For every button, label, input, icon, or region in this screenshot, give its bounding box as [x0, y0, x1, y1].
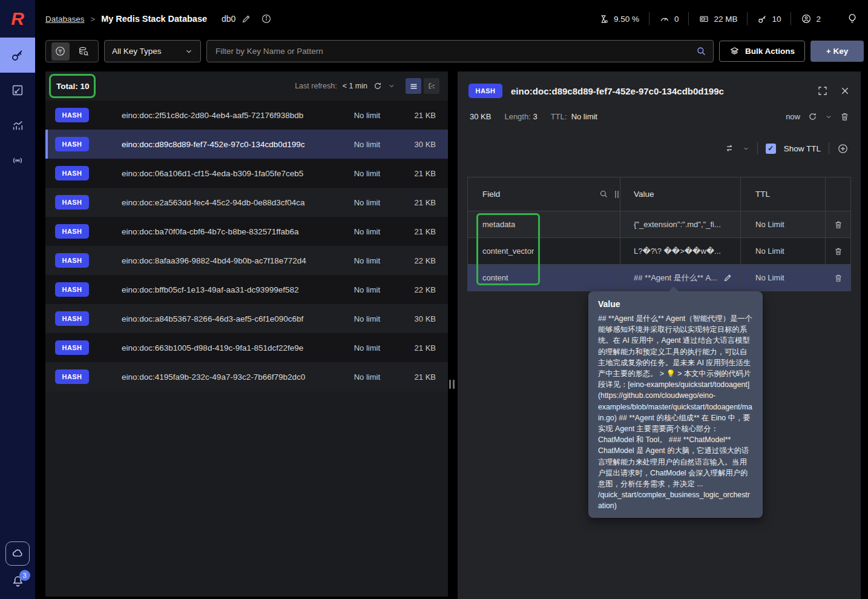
delete-field-icon[interactable]: [826, 238, 851, 265]
stat-memory: 22 MB: [689, 13, 747, 24]
type-badge: HASH: [55, 311, 89, 326]
field-column-header[interactable]: Field: [467, 177, 620, 211]
key-row-selected[interactable]: HASH eino:doc:d89c8d89-fef7-452e-97c0-13…: [45, 130, 448, 159]
chevron-down-icon[interactable]: [388, 82, 395, 90]
type-badge: HASH: [55, 108, 89, 122]
layers-icon: [729, 46, 740, 56]
key-row[interactable]: HASH eino:doc:ba70f0fa-cbf6-4b7c-b8be-83…: [45, 217, 448, 246]
value-column-header[interactable]: Value: [620, 177, 741, 211]
edit-db-icon[interactable]: [242, 14, 251, 24]
field-row-metadata[interactable]: metadata {"_extension":".md","_fi... No …: [467, 211, 851, 238]
chevron-down-icon[interactable]: [743, 145, 749, 152]
close-icon[interactable]: [840, 86, 850, 96]
field-row-content[interactable]: content ## **Agent 是什么** A... No Limit: [467, 265, 851, 291]
delete-key-icon[interactable]: [840, 111, 850, 122]
list-view-toggle[interactable]: [406, 78, 421, 94]
key-row[interactable]: HASH eino:doc:e2a563dd-fec4-45c2-94db-0e…: [45, 188, 448, 217]
key-row[interactable]: HASH eino:doc:663b1005-d98d-419c-9fa1-85…: [45, 333, 448, 362]
length-label: Length:: [504, 112, 530, 121]
database-stats: 9.50 % 0 22 MB 10 2: [590, 12, 868, 25]
sidebar-item-analytics[interactable]: [0, 108, 35, 143]
value-tooltip: Value ## **Agent 是什么** Agent（智能代理）是一个能够感…: [588, 291, 763, 518]
redisearch-icon[interactable]: [74, 42, 93, 61]
filter-mode-group: [45, 40, 99, 62]
delete-field-icon[interactable]: [826, 265, 851, 291]
ttl-value: No limit: [571, 112, 597, 121]
search-input[interactable]: [215, 47, 695, 56]
db-index-label: db0: [222, 14, 235, 24]
type-badge: HASH: [55, 224, 89, 239]
breadcrumb-separator: >: [91, 15, 96, 24]
sidebar-item-browser[interactable]: [0, 38, 35, 73]
show-ttl-checkbox[interactable]: ✓: [766, 144, 776, 154]
refresh-time-label: now: [786, 112, 800, 121]
add-field-icon[interactable]: [837, 143, 849, 154]
add-key-button[interactable]: + Key: [810, 41, 864, 62]
info-icon[interactable]: [261, 13, 272, 24]
hash-fields-table: Field Value TTL metadata {"_extension":"…: [467, 177, 851, 291]
type-badge: HASH: [55, 369, 89, 384]
key-row[interactable]: HASH eino:doc:4195fa9b-232c-49a7-93c2-7b…: [45, 362, 448, 391]
panel-resize-handle[interactable]: [449, 380, 455, 389]
table-header-row: Field Value TTL: [467, 177, 851, 211]
detail-size: 30 KB: [470, 112, 491, 121]
type-badge: HASH: [469, 84, 502, 98]
tooltip-title: Value: [598, 299, 753, 309]
filter-icon[interactable]: [51, 42, 70, 61]
cloud-icon: [11, 547, 24, 560]
search-icon[interactable]: [599, 189, 609, 199]
key-row[interactable]: HASH eino:doc:a84b5367-8266-46d3-aef5-c6…: [45, 304, 448, 333]
bulk-actions-button[interactable]: Bulk Actions: [719, 41, 805, 62]
filter-bar: All Key Types Bulk Actions + Key: [45, 40, 864, 62]
stat-cpu: 9.50 %: [590, 14, 649, 24]
tree-view-toggle[interactable]: [424, 78, 439, 94]
total-keys-label: Total: 10: [56, 82, 90, 91]
cloud-button[interactable]: [5, 541, 30, 566]
notifications-count-badge: 3: [19, 570, 30, 581]
top-bar: Databases > My Redis Stack Database db0 …: [35, 0, 868, 38]
key-list-panel: Total: 10 Last refresh: < 1 min HASH ein: [45, 71, 448, 597]
edit-value-icon[interactable]: [723, 273, 732, 282]
type-badge: HASH: [55, 195, 89, 210]
page-title: My Redis Stack Database: [101, 14, 207, 24]
key-row[interactable]: HASH eino:doc:8afaa396-9882-4bd4-9b0b-ac…: [45, 246, 448, 275]
sidebar-item-workbench[interactable]: [0, 73, 35, 108]
detail-key-name: eino:doc:d89c8d89-fef7-452e-97c0-134cdb0…: [511, 86, 724, 96]
column-resize-handle[interactable]: [615, 191, 619, 198]
key-row[interactable]: HASH eino:doc:06a106d1-cf15-4eda-b309-1f…: [45, 159, 448, 188]
type-badge: HASH: [55, 340, 89, 355]
key-row[interactable]: HASH eino:doc:bffb05cf-1e13-49af-aa31-dc…: [45, 275, 448, 304]
show-ttl-label: Show TTL: [784, 144, 821, 153]
delete-field-icon[interactable]: [826, 211, 851, 238]
cpu-icon: [599, 14, 610, 24]
chevron-down-icon[interactable]: [825, 113, 832, 121]
key-list-header: Total: 10 Last refresh: < 1 min: [45, 71, 448, 101]
app-sidebar: R 3: [0, 0, 35, 599]
redis-logo: R: [0, 0, 35, 38]
field-row-content-vector[interactable]: content_vector L?�?\? ��>��w�... No Limi…: [467, 238, 851, 265]
pubsub-icon: [11, 154, 24, 167]
insights-button[interactable]: [846, 13, 858, 25]
notifications-button[interactable]: 3: [11, 574, 25, 588]
last-refresh-label: Last refresh:: [295, 82, 337, 90]
key-icon: [10, 48, 25, 62]
refresh-icon[interactable]: [807, 111, 818, 122]
format-switch-icon[interactable]: [724, 143, 735, 154]
sidebar-item-pubsub[interactable]: [0, 143, 35, 178]
key-icon: [757, 14, 768, 24]
key-type-select[interactable]: All Key Types: [104, 40, 201, 62]
stat-keys: 10: [748, 14, 791, 24]
users-icon: [801, 13, 812, 24]
analytics-icon: [11, 119, 24, 132]
refresh-icon[interactable]: [373, 81, 383, 91]
key-row[interactable]: HASH eino:doc:2f51c8dc-2d80-4eb4-aaf5-72…: [45, 101, 448, 130]
ttl-column-header[interactable]: TTL: [741, 177, 826, 211]
tooltip-arrow: [668, 286, 679, 292]
fullscreen-icon[interactable]: [817, 85, 828, 96]
memory-icon: [699, 13, 709, 24]
length-value: 3: [533, 112, 537, 121]
last-refresh-value: < 1 min: [343, 82, 367, 90]
search-icon[interactable]: [695, 45, 707, 57]
type-badge: HASH: [55, 253, 89, 268]
breadcrumb-databases-link[interactable]: Databases: [45, 15, 85, 24]
